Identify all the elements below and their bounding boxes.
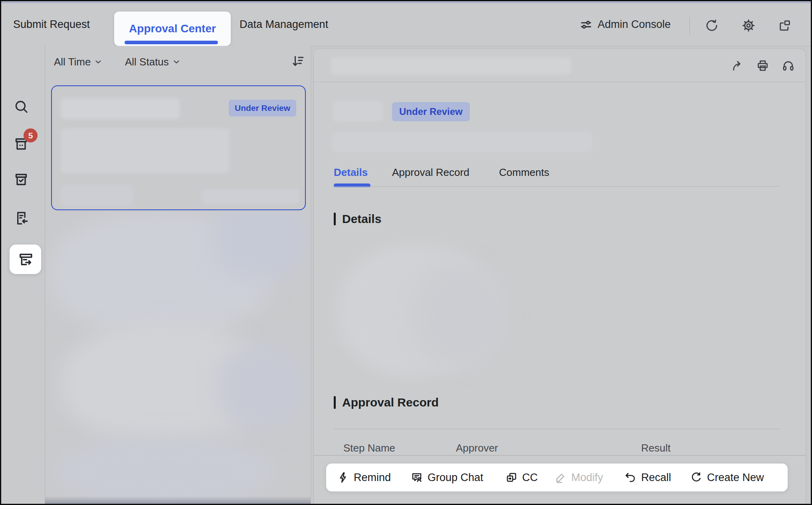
table-header-step-name: Step Name [343, 442, 395, 454]
create-new-label: Create New [707, 471, 764, 484]
request-detail-panel: Under Review Details Approval Record Com… [313, 48, 806, 505]
active-tab-underline [125, 41, 218, 44]
section-accent-bar [334, 396, 336, 409]
cc-button[interactable]: CC [505, 464, 538, 491]
selected-request-card[interactable]: Under Review [51, 85, 306, 210]
table-header-divider [314, 455, 806, 456]
approval-record-section-title: Approval Record [342, 396, 439, 409]
sidebar-approved-button[interactable] [13, 171, 30, 188]
refresh-icon [705, 19, 719, 32]
modify-button[interactable]: Modify [555, 464, 603, 491]
cc-label: CC [522, 471, 538, 484]
chevron-down-icon [172, 57, 181, 66]
detail-tab-details[interactable]: Details [334, 166, 368, 179]
blurred-card [213, 212, 309, 280]
tab-approval-center[interactable]: Approval Center [114, 12, 231, 46]
detail-tab-comments-label: Comments [499, 166, 549, 179]
blurred-timestamp [201, 189, 300, 204]
sidebar-submitted-button[interactable] [10, 245, 41, 274]
detail-tab-approval-record[interactable]: Approval Record [392, 166, 469, 179]
tab-submit-request-label: Submit Request [13, 18, 90, 31]
blurred-card [53, 435, 277, 505]
group-chat-icon [411, 471, 423, 483]
support-button[interactable] [781, 58, 795, 73]
sort-descending-icon [291, 54, 305, 68]
approval-sidebar: 5 [1, 46, 45, 505]
gear-icon [741, 18, 756, 33]
headset-icon [782, 59, 795, 72]
time-filter-label: All Time [54, 56, 91, 68]
received-doc-icon [13, 210, 29, 226]
sidebar-received-button[interactable] [13, 210, 30, 227]
cc-icon [505, 471, 517, 483]
details-section-heading: Details [334, 212, 381, 226]
tab-data-management-label: Data Management [240, 18, 328, 31]
create-new-button[interactable]: Create New [690, 464, 764, 491]
table-header-approver: Approver [456, 442, 498, 454]
details-section-title: Details [342, 212, 381, 226]
blurred-request-summary [61, 128, 229, 173]
blurred-request-title [61, 98, 180, 119]
popout-icon [778, 19, 792, 32]
pencil-icon [555, 471, 566, 483]
approval-record-divider [334, 429, 779, 429]
blurred-request-id [333, 101, 383, 122]
group-chat-label: Group Chat [428, 471, 483, 484]
blurred-request-list [45, 212, 311, 505]
remind-label: Remind [354, 471, 391, 484]
approval-list-panel: All Time All Status Under Review [45, 46, 311, 505]
printer-icon [756, 59, 769, 72]
status-filter-label: All Status [125, 56, 169, 68]
share-icon [731, 59, 744, 72]
settings-button[interactable] [741, 18, 757, 34]
submitted-box-icon [17, 251, 34, 268]
cycle-icon [690, 471, 702, 483]
card-status-badge: Under Review [229, 100, 296, 116]
approved-box-icon [13, 172, 29, 187]
search-icon [14, 99, 29, 114]
detail-status-badge: Under Review [392, 102, 470, 121]
pending-count-badge: 5 [24, 128, 38, 142]
detail-tab-comments[interactable]: Comments [499, 166, 549, 179]
status-filter-dropdown[interactable]: All Status [125, 51, 181, 72]
topbar-divider [689, 17, 690, 35]
recall-label: Recall [641, 471, 671, 484]
undo-icon [624, 471, 636, 483]
approval-record-section-heading: Approval Record [334, 396, 439, 409]
modify-label: Modify [571, 471, 603, 484]
table-header-result: Result [641, 442, 671, 454]
header-divider [314, 82, 806, 82]
sidebar-search-button[interactable] [13, 98, 30, 115]
blurred-card [217, 343, 309, 431]
popout-window-button[interactable] [777, 18, 793, 34]
section-accent-bar [334, 213, 336, 225]
admin-console-label: Admin Console [598, 18, 671, 31]
tab-approval-center-label: Approval Center [129, 22, 216, 35]
group-chat-button[interactable]: Group Chat [411, 464, 483, 491]
chevron-down-icon [94, 57, 103, 66]
tab-submit-request[interactable]: Submit Request [13, 3, 90, 46]
tab-data-management[interactable]: Data Management [240, 3, 328, 46]
sort-button[interactable] [289, 52, 307, 70]
remind-button[interactable]: Remind [337, 464, 391, 491]
detail-tab-details-label: Details [334, 166, 368, 179]
recall-button[interactable]: Recall [624, 464, 671, 491]
sliders-icon [579, 18, 593, 32]
detail-tab-approval-record-label: Approval Record [392, 166, 469, 179]
action-bar: Remind Group Chat CC [326, 464, 788, 491]
tabs-divider [334, 186, 779, 187]
app-window: Submit Request Approval Center Data Mana… [0, 0, 812, 505]
blurred-requester [61, 185, 133, 207]
admin-console-button[interactable]: Admin Console [579, 3, 671, 46]
lightning-icon [337, 471, 349, 483]
print-button[interactable] [755, 58, 770, 73]
blurred-detail-title [331, 57, 571, 75]
share-button[interactable] [730, 58, 744, 73]
list-bottom-fade [45, 496, 311, 505]
top-navigation-bar: Submit Request Approval Center Data Mana… [1, 3, 811, 46]
blurred-submitter-line [332, 132, 592, 152]
time-filter-dropdown[interactable]: All Time [54, 51, 103, 72]
refresh-button[interactable] [704, 18, 720, 34]
blurred-details-content [414, 264, 509, 368]
